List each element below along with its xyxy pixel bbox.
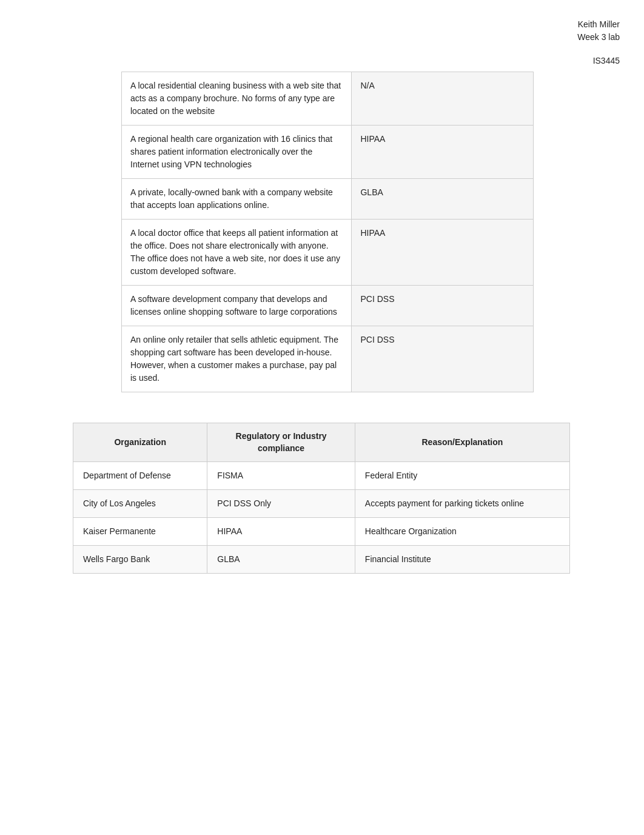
reason-cell: Healthcare Organization [355, 518, 569, 546]
description-cell: A software development company that deve… [122, 286, 352, 326]
table-row: A local residential cleaning business wi… [122, 72, 534, 126]
org-cell: City of Los Angeles [73, 490, 207, 518]
reason-cell: Financial Institute [355, 546, 569, 574]
table-row: A private, locally-owned bank with a com… [122, 179, 534, 220]
header: Keith Miller Week 3 lab [24, 18, 620, 44]
table-row: A software development company that deve… [122, 286, 534, 326]
compliance-cell: PCI DSS [352, 326, 534, 392]
description-cell: A private, locally-owned bank with a com… [122, 179, 352, 220]
header-name: Keith Miller [578, 19, 620, 29]
org-cell: Kaiser Permanente [73, 518, 207, 546]
description-cell: An online only retailer that sells athle… [122, 326, 352, 392]
table-row: Wells Fargo BankGLBAFinancial Institute [73, 546, 570, 574]
table-row: City of Los AngelesPCI DSS OnlyAccepts p… [73, 490, 570, 518]
col-header-reason: Reason/Explanation [355, 423, 569, 462]
description-cell: A local doctor office that keeps all pat… [122, 220, 352, 286]
compliance-cell: HIPAA [352, 126, 534, 179]
compliance-cell: HIPAA [207, 518, 355, 546]
table-row: An online only retailer that sells athle… [122, 326, 534, 392]
compliance-cell: GLBA [352, 179, 534, 220]
organization-table: Organization Regulatory or Industry comp… [73, 423, 570, 574]
compliance-cell: PCI DSS [352, 286, 534, 326]
compliance-cell: HIPAA [352, 220, 534, 286]
table-row: Department of DefenseFISMAFederal Entity [73, 462, 570, 490]
compliance-table: A local residential cleaning business wi… [121, 72, 534, 392]
compliance-cell: PCI DSS Only [207, 490, 355, 518]
compliance-cell: GLBA [207, 546, 355, 574]
compliance-cell: FISMA [207, 462, 355, 490]
description-cell: A local residential cleaning business wi… [122, 72, 352, 126]
org-cell: Wells Fargo Bank [73, 546, 207, 574]
course-id: IS3445 [24, 56, 620, 65]
compliance-cell: N/A [352, 72, 534, 126]
table-row: A local doctor office that keeps all pat… [122, 220, 534, 286]
table-row: A regional health care organization with… [122, 126, 534, 179]
reason-cell: Federal Entity [355, 462, 569, 490]
description-cell: A regional health care organization with… [122, 126, 352, 179]
col-header-compliance: Regulatory or Industry compliance [207, 423, 355, 462]
reason-cell: Accepts payment for parking tickets onli… [355, 490, 569, 518]
org-cell: Department of Defense [73, 462, 207, 490]
col-header-organization: Organization [73, 423, 207, 462]
table-row: Kaiser PermanenteHIPAAHealthcare Organiz… [73, 518, 570, 546]
header-week: Week 3 lab [577, 32, 620, 42]
